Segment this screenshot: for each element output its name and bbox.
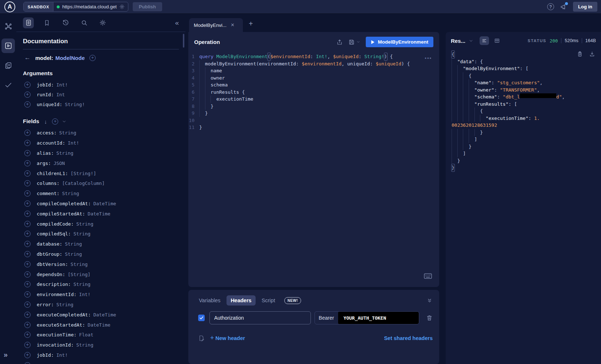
- field-type[interactable]: String: [71, 262, 88, 267]
- download-response-icon[interactable]: [589, 51, 595, 57]
- field-type[interactable]: String: [65, 251, 82, 257]
- doc-field-row[interactable]: +jobId:Int!: [16, 350, 185, 360]
- add-to-query-icon[interactable]: +: [24, 190, 31, 197]
- doc-field-row[interactable]: +comment:String: [16, 189, 185, 199]
- add-to-query-icon[interactable]: +: [24, 342, 31, 348]
- field-type[interactable]: String: [56, 150, 73, 156]
- add-to-query-icon[interactable]: +: [24, 160, 31, 166]
- field-type[interactable]: Int!: [79, 292, 91, 297]
- copy-response-icon[interactable]: [577, 51, 583, 57]
- add-to-query-icon[interactable]: +: [24, 82, 31, 88]
- operation-editor[interactable]: 1query ModelByEnvironment($environmentId…: [188, 50, 439, 131]
- share-operation-icon[interactable]: [336, 39, 343, 45]
- field-type[interactable]: String: [76, 342, 93, 348]
- doc-field-row[interactable]: +database:String: [16, 239, 185, 249]
- collapse-request-panel-icon[interactable]: [426, 298, 433, 304]
- back-arrow-icon[interactable]: ←: [24, 54, 31, 61]
- field-type[interactable]: DateTime: [93, 312, 116, 318]
- history-icon[interactable]: [60, 17, 71, 28]
- add-to-query-icon[interactable]: +: [24, 312, 31, 318]
- help-icon[interactable]: ?: [547, 3, 554, 10]
- add-field-icon[interactable]: +: [89, 55, 96, 61]
- doc-field-row[interactable]: +dbtGroup:String: [16, 249, 185, 259]
- doc-field-row[interactable]: +compileStartedAt:DateTime: [16, 209, 185, 219]
- doc-field-row[interactable]: +compiledCode:String: [16, 219, 185, 229]
- search-icon[interactable]: [79, 17, 89, 28]
- add-to-query-icon[interactable]: +: [24, 201, 31, 207]
- edit-headers-document-icon[interactable]: [198, 335, 205, 341]
- field-type[interactable]: [CatalogColumn]: [62, 181, 105, 186]
- header-enabled-checkbox[interactable]: [198, 315, 205, 321]
- json-view-icon[interactable]: [480, 36, 489, 45]
- add-to-query-icon[interactable]: +: [24, 150, 31, 156]
- field-type[interactable]: String: [56, 302, 73, 307]
- doc-field-row[interactable]: +alias:String: [16, 148, 185, 158]
- add-to-query-icon[interactable]: +: [24, 281, 31, 287]
- field-type[interactable]: [String]: [68, 272, 91, 277]
- field-type[interactable]: Float: [79, 332, 93, 337]
- tab-variables[interactable]: Variables: [195, 295, 224, 306]
- add-to-query-icon[interactable]: +: [24, 302, 31, 308]
- set-shared-headers-link[interactable]: Set shared headers: [384, 335, 433, 341]
- bookmark-icon[interactable]: [41, 17, 52, 28]
- add-to-query-icon[interactable]: +: [24, 101, 31, 108]
- delete-header-icon[interactable]: [426, 315, 433, 321]
- field-type[interactable]: Int!: [68, 140, 79, 146]
- sort-fields-icon[interactable]: ↓: [44, 118, 47, 125]
- doc-field-row[interactable]: +columns:[CatalogColumn]: [16, 178, 185, 189]
- checks-icon[interactable]: [0, 78, 16, 92]
- field-type[interactable]: String: [62, 191, 79, 196]
- field-type[interactable]: Int: [56, 92, 65, 97]
- field-type[interactable]: [String!]: [71, 171, 96, 176]
- response-chevron-down-icon[interactable]: [469, 39, 473, 43]
- field-type[interactable]: DateTime: [88, 322, 111, 328]
- header-key-input[interactable]: [209, 311, 311, 324]
- header-value-field[interactable]: Bearer YOUR_AUTH_TOKEN: [314, 311, 419, 324]
- doc-field-row[interactable]: +invocationId:String: [16, 340, 185, 350]
- add-to-query-icon[interactable]: +: [24, 231, 31, 237]
- settings-gear-icon[interactable]: [97, 17, 108, 28]
- operation-menu-icon[interactable]: •••: [425, 55, 432, 61]
- endpoint-settings-gear-icon[interactable]: [119, 4, 125, 9]
- add-to-query-icon[interactable]: +: [24, 241, 31, 247]
- breadcrumb-type[interactable]: ModelNode: [55, 55, 85, 61]
- tab-script[interactable]: Script: [258, 295, 279, 306]
- doc-field-row[interactable]: +executeCompletedAt:DateTime: [16, 310, 185, 320]
- save-floppy-icon[interactable]: [348, 39, 355, 45]
- keyboard-shortcuts-icon[interactable]: [424, 273, 432, 279]
- add-to-query-icon[interactable]: +: [24, 251, 31, 257]
- documentation-tab-icon[interactable]: [23, 17, 34, 28]
- doc-field-row[interactable]: +access:String: [16, 128, 185, 138]
- doc-field-row[interactable]: +environmentId:Int!: [16, 290, 185, 300]
- add-to-query-icon[interactable]: +: [24, 332, 31, 338]
- tab-headers[interactable]: Headers: [227, 295, 255, 306]
- doc-field-row[interactable]: +childrenL1:[String!]: [16, 168, 185, 178]
- add-to-query-icon[interactable]: +: [24, 211, 31, 217]
- field-type[interactable]: Int!: [56, 352, 68, 358]
- new-tab-icon[interactable]: +: [249, 20, 253, 28]
- run-operation-button[interactable]: ModelByEnvironment: [366, 37, 433, 47]
- doc-field-row[interactable]: +compileCompletedAt:DateTime: [16, 199, 185, 209]
- doc-field-row[interactable]: +dbtVersion:String: [16, 259, 185, 269]
- doc-field-row[interactable]: +compiledSql:String: [16, 229, 185, 239]
- doc-field-row[interactable]: +executionTime:Float: [16, 330, 185, 340]
- add-to-query-icon[interactable]: +: [24, 92, 31, 98]
- field-type[interactable]: String: [59, 130, 76, 136]
- add-to-query-icon[interactable]: +: [24, 362, 31, 364]
- response-dropdown[interactable]: Res...: [451, 38, 465, 44]
- add-to-query-icon[interactable]: +: [24, 271, 31, 278]
- add-to-query-icon[interactable]: +: [24, 291, 31, 298]
- doc-field-row[interactable]: +runId:Int: [16, 90, 185, 100]
- add-to-query-icon[interactable]: +: [24, 322, 31, 328]
- add-to-query-icon[interactable]: +: [24, 221, 31, 227]
- login-button[interactable]: Log in: [573, 2, 597, 12]
- doc-field-row[interactable]: +accountId:Int!: [16, 138, 185, 148]
- field-type[interactable]: String: [65, 241, 82, 247]
- field-type[interactable]: JSON: [53, 161, 65, 166]
- field-type[interactable]: String: [73, 282, 91, 287]
- doc-field-row[interactable]: +description:String: [16, 279, 185, 290]
- add-to-query-icon[interactable]: +: [24, 352, 31, 358]
- close-tab-icon[interactable]: ×: [231, 22, 234, 28]
- endpoint-url[interactable]: https://metadata.cloud.get: [62, 4, 117, 9]
- table-view-icon[interactable]: [492, 36, 502, 45]
